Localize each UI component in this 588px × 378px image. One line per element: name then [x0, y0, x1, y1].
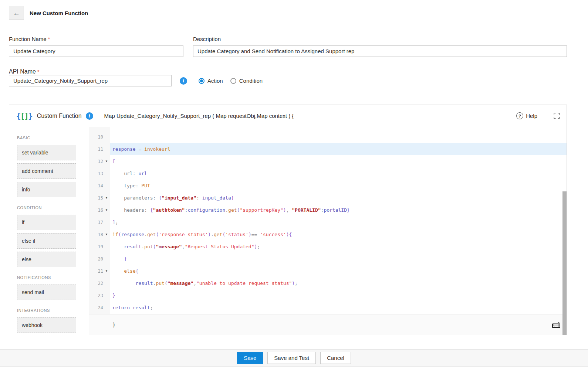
code-token: .: [144, 232, 147, 237]
code-text: return result;: [110, 305, 567, 310]
line-number: 23: [89, 293, 103, 298]
code-token: result: [124, 244, 141, 249]
code-line[interactable]: 11response = invokeurl: [89, 143, 567, 155]
code-text: url: url: [110, 171, 567, 176]
api-name-label: API Name*: [9, 68, 39, 75]
code-token: url: [138, 171, 147, 176]
code-line[interactable]: 15▼parameters: {"input_data": input_data…: [89, 192, 567, 204]
cancel-button[interactable]: Cancel: [320, 352, 351, 364]
line-number: 21: [89, 269, 103, 274]
function-form: Function Name* Description API Name* i A…: [0, 25, 588, 86]
function-signature: Map Update_Category_Notify_Support_rep (…: [104, 113, 294, 119]
snippet-button-add-comment[interactable]: add comment: [17, 163, 76, 179]
snippet-button-else[interactable]: else: [17, 252, 76, 267]
code-token: ): [283, 207, 286, 213]
code-token: ;: [257, 244, 260, 249]
code-token: put: [156, 280, 164, 286]
code-token: .: [141, 244, 144, 249]
line-number: 10: [89, 134, 103, 140]
code-token: "Request Status Updated": [185, 244, 254, 249]
editor-scrollbar[interactable]: [562, 191, 567, 335]
info-icon[interactable]: i: [180, 77, 187, 85]
snippet-button-webhook[interactable]: webhook: [17, 317, 76, 333]
code-token: .: [211, 232, 214, 237]
question-icon: ?: [516, 112, 523, 119]
code-line[interactable]: 22result.put("message","unable to update…: [89, 277, 567, 289]
code-line[interactable]: 16▼headers: {"authtoken":configuration.g…: [89, 204, 567, 216]
save-and-test-button[interactable]: Save and Test: [267, 352, 316, 364]
snippet-button-set-variable[interactable]: set variable: [17, 145, 76, 160]
snippet-button-info[interactable]: info: [17, 182, 76, 197]
snippet-button-else-if[interactable]: else if: [17, 233, 76, 249]
code-line[interactable]: 13url: url: [89, 167, 567, 180]
snippet-button-if[interactable]: if: [17, 215, 76, 230]
line-number: 16: [89, 208, 103, 213]
code-token: ): [249, 232, 251, 237]
code-token: }: [112, 293, 115, 298]
radio-condition[interactable]: Condition: [230, 78, 263, 84]
closing-brace: }: [112, 322, 115, 328]
line-number: 20: [89, 256, 103, 262]
code-text: result.put("message","unable to update r…: [110, 280, 567, 286]
code-token: put: [144, 244, 153, 249]
code-line[interactable]: 24return result;: [89, 302, 567, 314]
back-button[interactable]: ←: [9, 6, 24, 20]
code-line[interactable]: 21▼else{: [89, 265, 567, 277]
code-token: "unable to update request status": [196, 280, 292, 286]
code-token: {: [159, 195, 162, 201]
description-input[interactable]: [193, 45, 567, 57]
code-line[interactable]: 23}: [89, 289, 567, 302]
code-token: input_data: [202, 195, 231, 201]
active-line-highlight: [110, 143, 567, 155]
code-token: "message": [156, 244, 182, 249]
fold-arrow-icon[interactable]: ▼: [103, 160, 110, 163]
code-token: ,: [182, 244, 185, 249]
code-token: :: [133, 171, 139, 176]
code-line[interactable]: 14type: PUT: [89, 180, 567, 192]
fold-arrow-icon[interactable]: ▼: [103, 269, 110, 273]
help-link[interactable]: ? Help: [516, 112, 537, 119]
info-icon[interactable]: i: [86, 112, 93, 120]
fold-arrow-icon[interactable]: ▼: [103, 233, 110, 236]
code-token: :: [144, 207, 150, 213]
custom-function-panel: {[]} Custom Function i Map Update_Catego…: [9, 105, 567, 335]
line-number: 22: [89, 281, 103, 286]
code-token: "supportrepKey": [240, 207, 283, 213]
code-token: (: [165, 280, 168, 286]
code-token: ;: [115, 219, 118, 225]
code-line[interactable]: 10: [89, 131, 567, 143]
code-line[interactable]: 20}: [89, 253, 567, 265]
code-token: if: [112, 232, 118, 237]
code-line[interactable]: 19result.put("message","Request Status U…: [89, 241, 567, 253]
fold-arrow-icon[interactable]: ▼: [103, 208, 110, 212]
code-token: ,: [286, 207, 292, 213]
code-token: result: [136, 280, 153, 286]
code-text: }: [110, 293, 567, 298]
fold-arrow-icon[interactable]: ▼: [103, 196, 110, 200]
save-button[interactable]: Save: [237, 352, 263, 364]
api-name-input[interactable]: [9, 75, 172, 86]
code-token: PUT: [141, 183, 150, 188]
code-token: ==: [251, 232, 260, 237]
snippet-button-send-mail[interactable]: send mail: [17, 285, 76, 300]
code-line[interactable]: 17];: [89, 216, 567, 228]
function-name-input[interactable]: [9, 45, 183, 57]
code-token: ;: [295, 280, 298, 286]
code-text: [: [110, 159, 567, 164]
deluge-script-icon: {[]}: [16, 112, 32, 120]
code-line[interactable]: 18▼if(response.get('response_status').ge…: [89, 228, 567, 241]
line-number: 18: [89, 232, 103, 237]
radio-action[interactable]: Action: [199, 78, 223, 84]
code-token: :: [185, 207, 188, 213]
line-number: 15: [89, 195, 103, 201]
code-line[interactable]: 12▼[: [89, 155, 567, 167]
page-title: New Custom Function: [30, 10, 88, 16]
fullscreen-icon[interactable]: [554, 113, 560, 119]
keyboard-icon[interactable]: [552, 321, 561, 328]
function-type-radios: Action Condition: [199, 78, 263, 84]
panel-title: Custom Function: [37, 113, 82, 119]
code-token: get: [228, 207, 237, 213]
code-editor[interactable]: 1011response = invokeurl12▼[13url: url14…: [89, 127, 567, 335]
snippet-group-label: CONDITION: [17, 205, 89, 210]
radio-unselected-icon: [230, 78, 236, 84]
